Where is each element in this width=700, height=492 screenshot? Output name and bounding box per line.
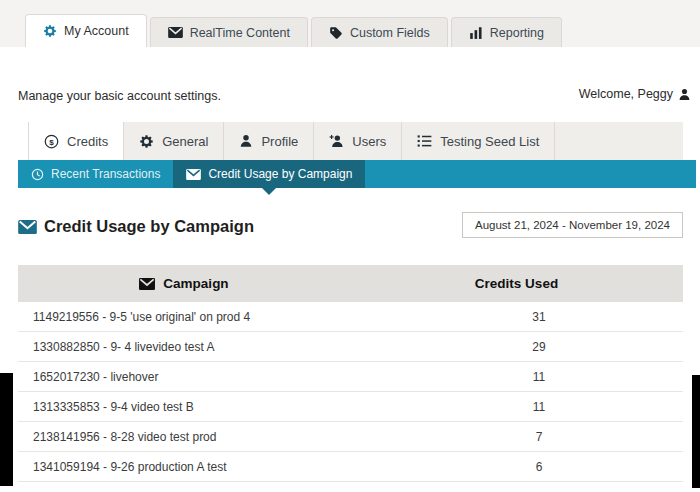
tab-realtime-content[interactable]: RealTime Content xyxy=(150,17,308,47)
bar-chart-icon xyxy=(469,26,483,39)
page-description: Manage your basic account settings. xyxy=(18,89,221,103)
campaign-cell: 1652017230 - livehover xyxy=(18,370,350,384)
envelope-icon xyxy=(168,27,183,38)
column-header-label: Campaign xyxy=(163,276,228,291)
table-row[interactable]: 2138141956 - 8-28 video test prod 7 xyxy=(18,422,683,452)
nav-label: Credit Usage by Campaign xyxy=(208,167,352,181)
tab-reporting[interactable]: Reporting xyxy=(451,17,562,47)
table-header: Campaign Credits Used xyxy=(18,265,683,302)
tab-custom-fields[interactable]: Custom Fields xyxy=(311,17,448,47)
dollar-circle-icon: $ xyxy=(44,134,59,149)
tab-label: Credits xyxy=(67,134,108,149)
tab-label: Profile xyxy=(261,134,298,149)
users-icon xyxy=(329,134,344,148)
tab-label: RealTime Content xyxy=(190,26,290,40)
background-black-bar-left xyxy=(0,373,13,486)
tab-label: My Account xyxy=(64,24,129,38)
campaign-cell: 1341059194 - 9-26 production A test xyxy=(18,460,350,474)
account-tab-strip: $ Credits General Profile xyxy=(28,122,683,160)
credit-usage-table: Campaign Credits Used 1149219556 - 9-5 '… xyxy=(18,265,683,482)
tab-profile[interactable]: Profile xyxy=(224,122,314,160)
credits-column-header[interactable]: Credits Used xyxy=(350,276,683,291)
main-tabs: My Account RealTime Content Custom xyxy=(25,14,565,47)
envelope-icon xyxy=(18,220,37,234)
clock-icon xyxy=(31,168,44,181)
envelope-icon xyxy=(139,278,155,290)
table-row[interactable]: 1149219556 - 9-5 'use original' on prod … xyxy=(18,302,683,332)
tab-label: Reporting xyxy=(490,26,544,40)
table-body: 1149219556 - 9-5 'use original' on prod … xyxy=(18,302,683,482)
list-icon xyxy=(417,134,432,148)
active-caret xyxy=(262,188,276,195)
nav-credit-usage-by-campaign[interactable]: Credit Usage by Campaign xyxy=(173,160,365,188)
welcome-text: Welcome, Peggy xyxy=(579,87,673,101)
credits-used-cell: 6 xyxy=(350,460,683,474)
person-icon xyxy=(678,88,691,101)
person-icon xyxy=(239,134,253,148)
tag-icon xyxy=(329,26,343,40)
campaign-column-header[interactable]: Campaign xyxy=(18,276,350,291)
svg-text:$: $ xyxy=(49,137,54,146)
tab-credits[interactable]: $ Credits xyxy=(29,122,124,160)
nav-label: Recent Transactions xyxy=(51,167,160,181)
tab-label: Testing Seed List xyxy=(440,134,539,149)
main-tab-strip: My Account RealTime Content Custom xyxy=(0,0,700,47)
campaign-cell: 1330882850 - 9- 4 livevideo test A xyxy=(18,340,350,354)
credits-used-cell: 11 xyxy=(350,370,683,384)
table-row[interactable]: 1313335853 - 9-4 video test B 11 xyxy=(18,392,683,422)
nav-recent-transactions[interactable]: Recent Transactions xyxy=(18,160,173,188)
campaign-cell: 1313335853 - 9-4 video test B xyxy=(18,400,350,414)
tab-general[interactable]: General xyxy=(124,122,224,160)
tab-my-account[interactable]: My Account xyxy=(25,14,147,47)
gear-icon xyxy=(43,24,57,38)
tab-testing-seed-list[interactable]: Testing Seed List xyxy=(402,122,555,160)
table-row[interactable]: 1652017230 - livehover 11 xyxy=(18,362,683,392)
account-page: My Account RealTime Content Custom xyxy=(0,0,700,492)
date-range-picker[interactable]: August 21, 2024 - November 19, 2024 xyxy=(462,212,683,238)
background-black-bar-right xyxy=(692,375,700,488)
gear-icon xyxy=(139,134,154,149)
tab-label: Custom Fields xyxy=(350,26,430,40)
tab-label: General xyxy=(162,134,208,149)
campaign-cell: 2138141956 - 8-28 video test prod xyxy=(18,430,350,444)
section-title: Credit Usage by Campaign xyxy=(18,217,254,236)
section-title-text: Credit Usage by Campaign xyxy=(44,217,254,236)
campaign-cell: 1149219556 - 9-5 'use original' on prod … xyxy=(18,310,350,324)
credits-used-cell: 11 xyxy=(350,400,683,414)
tab-users[interactable]: Users xyxy=(314,122,402,160)
envelope-icon xyxy=(186,169,201,180)
credits-used-cell: 31 xyxy=(350,310,683,324)
table-row[interactable]: 1341059194 - 9-26 production A test 6 xyxy=(18,452,683,482)
credits-used-cell: 29 xyxy=(350,340,683,354)
welcome-area[interactable]: Welcome, Peggy xyxy=(579,87,691,101)
table-row[interactable]: 1330882850 - 9- 4 livevideo test A 29 xyxy=(18,332,683,362)
credits-subnav: Recent Transactions Credit Usage by Camp… xyxy=(18,160,696,188)
tab-label: Users xyxy=(352,134,386,149)
credits-used-cell: 7 xyxy=(350,430,683,444)
